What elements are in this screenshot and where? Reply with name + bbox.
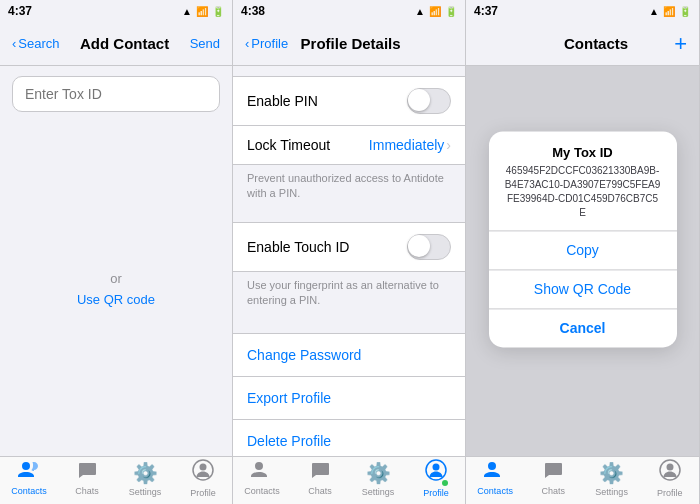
pin-hint: Prevent unauthorized access to Antidote …	[233, 165, 465, 208]
svg-point-3	[433, 464, 440, 471]
tab-label-profile-2: Profile	[423, 488, 449, 498]
panel-add-contact: 4:37 ▲ 📶 🔋 ‹ Search Add Contact Send or …	[0, 0, 233, 504]
back-label-1: Search	[18, 36, 59, 51]
contacts-content: My Tox ID 465945F2DCCFC03621330BA9B-B4E7…	[466, 66, 699, 456]
status-bar-1: 4:37 ▲ 📶 🔋	[0, 0, 232, 22]
toggle-knob-pin	[408, 89, 430, 111]
tab-contacts-3[interactable]: Contacts	[466, 461, 524, 496]
copy-button[interactable]: Copy	[489, 231, 677, 270]
nav-bar-3: Contacts +	[466, 22, 699, 66]
pin-group: Enable PIN Lock Timeout Immediately ›	[233, 76, 465, 165]
export-profile-label[interactable]: Export Profile	[247, 390, 331, 406]
contacts-icon-2	[251, 461, 273, 484]
time-2: 4:38	[241, 4, 265, 18]
touch-id-hint: Use your fingerprint as an alternative t…	[233, 272, 465, 315]
change-password-row[interactable]: Change Password	[233, 333, 465, 376]
tab-label-contacts-2: Contacts	[244, 486, 280, 496]
settings-content: Enable PIN Lock Timeout Immediately › Pr…	[233, 66, 465, 456]
tab-label-settings-3: Settings	[595, 487, 628, 497]
tab-label-profile-1: Profile	[190, 488, 216, 498]
signal-icon-3: ▲	[649, 6, 659, 17]
nav-bar-2: ‹ Profile Profile Details	[233, 22, 465, 66]
tab-contacts-2[interactable]: Contacts	[233, 461, 291, 496]
add-contact-button[interactable]: +	[674, 33, 687, 55]
tab-profile-3[interactable]: Profile	[641, 459, 699, 498]
tab-chats-1[interactable]: Chats	[58, 461, 116, 496]
contacts-icon-3	[484, 461, 506, 484]
chevron-left-icon-1: ‹	[12, 36, 16, 51]
dialog-header: My Tox ID 465945F2DCCFC03621330BA9B-B4E7…	[489, 131, 677, 231]
lock-timeout-label: Lock Timeout	[247, 137, 330, 153]
nav-title-3: Contacts	[564, 35, 628, 52]
cancel-button[interactable]: Cancel	[489, 309, 677, 347]
settings-icon-2: ⚙️	[366, 461, 391, 485]
nav-bar-1: ‹ Search Add Contact Send	[0, 22, 232, 66]
back-button-2[interactable]: ‹ Profile	[245, 36, 288, 51]
tab-label-settings-1: Settings	[129, 487, 162, 497]
enable-pin-label: Enable PIN	[247, 93, 318, 109]
tab-label-profile-3: Profile	[657, 488, 683, 498]
time-3: 4:37	[474, 4, 498, 18]
profile-icon-3	[659, 459, 681, 486]
wifi-icon-1: 📶	[196, 6, 208, 17]
chats-icon-1	[76, 461, 98, 484]
lock-timeout-text: Immediately	[369, 137, 444, 153]
tab-profile-2[interactable]: Profile	[407, 459, 465, 498]
use-qr-code-link[interactable]: Use QR code	[77, 292, 155, 307]
status-icons-1: ▲ 📶 🔋	[182, 6, 224, 17]
dialog-tox-id: 465945F2DCCFC03621330BA9B-B4E73AC10-DA39…	[505, 164, 661, 220]
panel1-content: or Use QR code	[0, 122, 232, 456]
svg-point-5	[666, 464, 673, 471]
tab-label-contacts-3: Contacts	[477, 486, 513, 496]
settings-icon-1: ⚙️	[133, 461, 158, 485]
show-qr-code-button[interactable]: Show QR Code	[489, 270, 677, 309]
status-bar-3: 4:37 ▲ 📶 🔋	[466, 0, 699, 22]
send-button[interactable]: Send	[190, 36, 220, 51]
profile-dot-badge	[442, 480, 448, 486]
contacts-icon-1	[18, 461, 40, 484]
tab-settings-3[interactable]: ⚙️ Settings	[583, 461, 641, 497]
export-profile-row[interactable]: Export Profile	[233, 376, 465, 419]
change-password-label[interactable]: Change Password	[247, 347, 361, 363]
tab-label-settings-2: Settings	[362, 487, 395, 497]
enable-pin-toggle[interactable]	[407, 88, 451, 114]
delete-profile-row[interactable]: Delete Profile	[233, 419, 465, 456]
nav-title-1: Add Contact	[80, 35, 169, 52]
battery-icon-1: 🔋	[212, 6, 224, 17]
nav-title-2: Profile Details	[301, 35, 401, 52]
touch-id-group: Enable Touch ID	[233, 222, 465, 272]
chats-icon-3	[542, 461, 564, 484]
tab-contacts-1[interactable]: Contacts	[0, 461, 58, 496]
tab-label-chats-2: Chats	[308, 486, 332, 496]
signal-icon-1: ▲	[182, 6, 192, 17]
tab-label-chats-1: Chats	[75, 486, 99, 496]
toggle-knob-touch	[408, 235, 430, 257]
tab-settings-1[interactable]: ⚙️ Settings	[116, 461, 174, 497]
or-text: or	[110, 271, 122, 286]
touch-id-row: Enable Touch ID	[233, 222, 465, 272]
chats-icon-2	[309, 461, 331, 484]
chevron-left-icon-2: ‹	[245, 36, 249, 51]
status-bar-2: 4:38 ▲ 📶 🔋	[233, 0, 465, 22]
touch-id-toggle[interactable]	[407, 234, 451, 260]
tab-profile-1[interactable]: Profile	[174, 459, 232, 498]
back-button-1[interactable]: ‹ Search	[12, 36, 60, 51]
lock-timeout-row[interactable]: Lock Timeout Immediately ›	[233, 125, 465, 165]
tox-id-input[interactable]	[12, 76, 220, 112]
delete-profile-label[interactable]: Delete Profile	[247, 433, 331, 449]
tab-settings-2[interactable]: ⚙️ Settings	[349, 461, 407, 497]
battery-icon-3: 🔋	[679, 6, 691, 17]
touch-id-label: Enable Touch ID	[247, 239, 349, 255]
action-group: Change Password Export Profile Delete Pr…	[233, 333, 465, 456]
battery-icon-2: 🔋	[445, 6, 457, 17]
wifi-icon-3: 📶	[663, 6, 675, 17]
back-label-2: Profile	[251, 36, 288, 51]
tab-label-chats-3: Chats	[542, 486, 566, 496]
tab-chats-2[interactable]: Chats	[291, 461, 349, 496]
profile-icon-2	[425, 459, 447, 486]
tab-bar-3: Contacts Chats ⚙️ Settings Profile	[466, 456, 699, 504]
time-1: 4:37	[8, 4, 32, 18]
tab-chats-3[interactable]: Chats	[524, 461, 582, 496]
enable-pin-row: Enable PIN	[233, 76, 465, 125]
panel-contacts: 4:37 ▲ 📶 🔋 Contacts + My Tox ID 465945F2…	[466, 0, 700, 504]
